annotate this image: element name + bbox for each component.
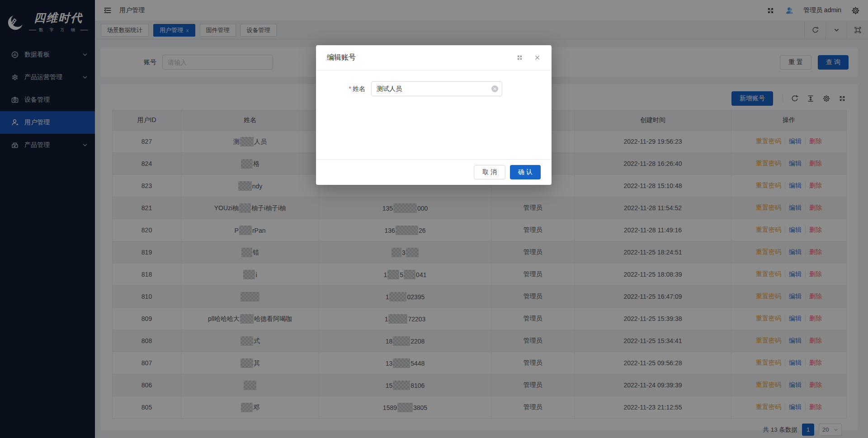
clear-input-icon[interactable]: ✕ [491, 85, 498, 92]
maximize-icon[interactable] [516, 54, 523, 61]
dialog-header: 编辑账号 [316, 45, 552, 71]
name-field-input[interactable] [371, 81, 502, 96]
name-field-label: *姓名 [316, 85, 371, 93]
cancel-button[interactable]: 取 消 [474, 165, 505, 179]
confirm-button[interactable]: 确 认 [510, 165, 541, 179]
close-icon[interactable] [534, 54, 541, 61]
dialog-title: 编辑账号 [327, 53, 356, 62]
required-asterisk: * [349, 85, 351, 92]
dialog-body: *姓名 ✕ [316, 71, 552, 159]
dialog-footer: 取 消 确 认 [316, 159, 552, 185]
edit-account-dialog: 编辑账号 *姓名 ✕ 取 消 确 认 [316, 45, 552, 185]
